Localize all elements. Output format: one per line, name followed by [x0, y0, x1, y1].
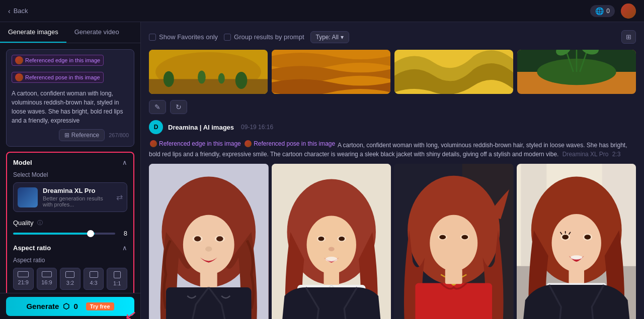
reference-button[interactable]: ⊞ Reference — [59, 129, 105, 141]
gen-avatar: D — [149, 120, 163, 134]
gen-ref-pose-tag[interactable]: Referenced pose in this image — [244, 139, 336, 148]
gen-prompt: Referenced edge in this image Referenced… — [149, 139, 636, 159]
refresh-button-top[interactable]: ↻ — [170, 100, 187, 114]
quality-info-icon[interactable]: ⓘ — [37, 219, 43, 227]
ref-pose-tag[interactable]: Referenced pose in this image — [12, 72, 104, 83]
strip-image-1[interactable] — [149, 50, 268, 94]
edit-button-top[interactable]: ✎ — [149, 100, 166, 114]
svg-point-60 — [562, 235, 569, 240]
credits-count: 0 — [606, 8, 610, 15]
aspect-btn-1-1[interactable]: 1:1 — [107, 268, 127, 290]
grid-view-button[interactable]: ⊞ — [621, 30, 636, 44]
ref-edge-icon — [15, 56, 23, 64]
image-strip — [149, 50, 636, 94]
model-card[interactable]: Dreamina XL Pro Better generation result… — [13, 182, 127, 212]
aspect-icon-16-9 — [42, 271, 52, 277]
svg-point-6 — [218, 73, 225, 84]
svg-rect-26 — [200, 270, 217, 287]
model-section-title: Model — [13, 159, 32, 166]
svg-point-37 — [325, 257, 337, 262]
strip-image-4-inner — [517, 50, 636, 94]
aspect-section-header: Aspect ratio ∧ — [13, 244, 127, 252]
aspect-grid-1: 21:9 16:9 3:2 4:3 — [13, 268, 127, 290]
main-image-3[interactable] — [394, 164, 514, 319]
svg-rect-66 — [569, 269, 584, 284]
generate-label: Generate — [26, 302, 59, 310]
svg-point-47 — [439, 235, 446, 239]
model-desc: Better generation results with profes... — [43, 195, 111, 207]
coin-icon: ⬡ — [63, 302, 69, 311]
model-section: Model ∧ Select Model Dreamina XL Pro Bet… — [6, 152, 134, 293]
strip-image-1-inner — [149, 50, 268, 94]
generate-button[interactable]: Generate ⬡ 0 Try free — [6, 297, 134, 316]
model-settings-icon[interactable]: ⇄ — [116, 192, 123, 202]
svg-point-20 — [183, 215, 234, 275]
strip-image-2[interactable] — [272, 50, 390, 94]
tab-bar: Generate images Generate video — [0, 22, 140, 43]
group-results-label: Group results by prompt — [234, 33, 304, 41]
svg-point-3 — [164, 71, 174, 87]
user-avatar[interactable] — [621, 4, 636, 19]
prompt-text: A cartoon, confident woman with long, vo… — [12, 89, 129, 125]
ref-pose-label: Referenced pose in this image — [25, 74, 100, 80]
aspect-collapse-icon[interactable]: ∧ — [122, 244, 127, 252]
favorites-checkbox-input[interactable] — [149, 34, 156, 41]
grid-icon: ⊞ — [626, 33, 631, 41]
aspect-label-3-2: 3:2 — [66, 280, 74, 286]
strip-image-3-inner — [394, 50, 513, 94]
aspect-btn-3-2[interactable]: 3:2 — [60, 268, 80, 290]
aspect-icon-1-1 — [114, 271, 121, 278]
model-name: Dreamina XL Pro — [43, 187, 111, 194]
aspect-btn-4-3[interactable]: 4:3 — [84, 268, 104, 290]
aspect-label-1-1: 1:1 — [113, 280, 121, 286]
ref-button-row: ⊞ Reference 267/800 — [12, 129, 129, 141]
show-favorites-checkbox[interactable]: Show Favorites only — [149, 33, 218, 41]
svg-point-4 — [198, 70, 206, 83]
main-image-1[interactable] — [149, 164, 269, 319]
main-image-1-inner — [149, 164, 269, 319]
back-arrow-icon: ‹ — [8, 7, 11, 15]
svg-point-23 — [194, 236, 201, 241]
model-thumb-inner — [18, 187, 38, 207]
type-label: Type: All — [316, 34, 339, 41]
group-results-checkbox[interactable]: Group results by prompt — [224, 33, 304, 41]
ref-btn-label: Reference — [71, 132, 99, 139]
filter-bar: Show Favorites only Group results by pro… — [149, 30, 636, 44]
tab-generate-video[interactable]: Generate video — [66, 22, 127, 43]
ref-edge-tag[interactable]: Referenced edge in this image — [12, 55, 104, 66]
aspect-btn-21-9[interactable]: 21:9 — [13, 268, 34, 290]
svg-point-48 — [461, 235, 468, 239]
svg-point-44 — [430, 215, 477, 271]
model-select-label: Select Model — [13, 171, 127, 178]
main-image-4[interactable] — [517, 164, 636, 319]
main-image-3-inner — [394, 164, 514, 319]
quality-slider[interactable] — [13, 233, 115, 235]
back-button[interactable]: ‹ Back — [8, 7, 28, 15]
globe-icon: 🌐 — [595, 7, 604, 15]
try-free-badge: Try free — [86, 302, 114, 310]
type-select[interactable]: Type: All ▾ — [310, 31, 349, 43]
credits-badge[interactable]: 🌐 0 — [590, 5, 615, 17]
gen-ref-edge-tag[interactable]: Referenced edge in this image — [149, 139, 242, 148]
aspect-btn-16-9[interactable]: 16:9 — [37, 268, 57, 290]
gen-ref-edge-text: Referenced edge in this image — [159, 139, 241, 148]
avatar-image — [621, 4, 636, 19]
top-right-area: 🌐 0 — [590, 4, 636, 19]
back-label: Back — [14, 7, 28, 15]
svg-point-57 — [551, 214, 601, 272]
main-image-2[interactable] — [272, 164, 391, 319]
panel-scroll[interactable]: Referenced edge in this image Referenced… — [0, 43, 140, 293]
gen-ref-pose-text: Referenced pose in this image — [254, 139, 335, 148]
svg-rect-27 — [166, 287, 252, 319]
strip-image-4[interactable] — [517, 50, 636, 94]
model-collapse-icon[interactable]: ∧ — [122, 159, 127, 166]
aspect-section-title: Aspect ratio — [13, 244, 51, 252]
svg-point-35 — [339, 237, 345, 241]
group-checkbox-input[interactable] — [224, 34, 231, 41]
prompt-area: Referenced edge in this image Referenced… — [6, 49, 134, 147]
main-content: Generate images Generate video Reference… — [0, 22, 644, 319]
right-panel[interactable]: Show Favorites only Group results by pro… — [141, 22, 644, 319]
strip-image-3[interactable] — [394, 50, 513, 94]
svg-point-36 — [328, 247, 334, 251]
tab-generate-images[interactable]: Generate images — [0, 22, 66, 43]
